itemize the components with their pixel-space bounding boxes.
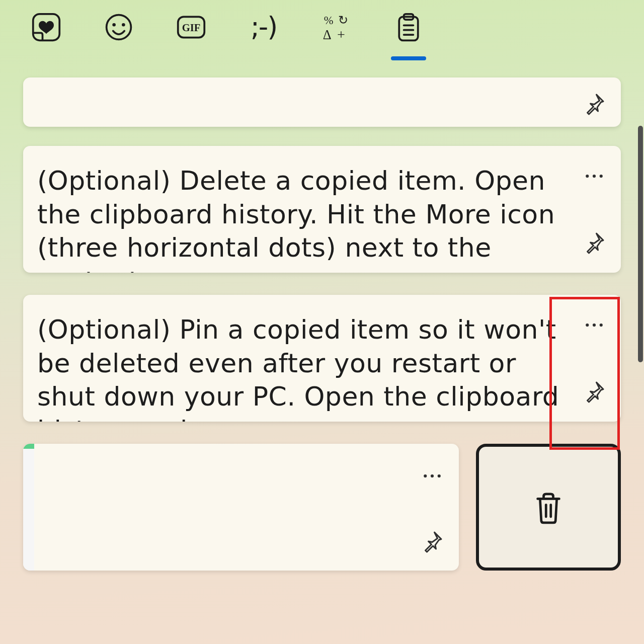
pin-button[interactable] bbox=[577, 87, 611, 121]
clipboard-item[interactable]: (Optional) Pin a copied item so it won't… bbox=[23, 295, 621, 422]
trash-icon bbox=[529, 488, 568, 526]
tab-kaomoji[interactable]: ;-) bbox=[246, 12, 282, 42]
pin-icon bbox=[582, 230, 606, 255]
more-button[interactable] bbox=[577, 159, 611, 193]
clipboard-item-actions bbox=[406, 444, 459, 571]
clipboard-item-text: (Optional) Delete a copied item. Open th… bbox=[23, 146, 568, 273]
smile-icon bbox=[104, 12, 134, 42]
pin-button[interactable] bbox=[577, 225, 611, 260]
clipboard-item[interactable] bbox=[23, 444, 459, 571]
kaomoji-icon: ;-) bbox=[249, 12, 279, 42]
scrollbar-thumb[interactable] bbox=[638, 126, 643, 362]
pin-button[interactable] bbox=[577, 374, 611, 409]
pin-icon bbox=[582, 379, 606, 404]
more-button[interactable] bbox=[415, 459, 449, 493]
more-dots-icon bbox=[583, 165, 605, 187]
tab-stickers[interactable] bbox=[28, 12, 64, 42]
sticker-heart-icon bbox=[31, 12, 61, 42]
more-dots-icon bbox=[583, 314, 605, 336]
pin-button[interactable] bbox=[415, 524, 449, 558]
clipboard-image-thumbnail bbox=[23, 444, 34, 571]
clipboard-item[interactable]: (Optional) Delete a copied item. Open th… bbox=[23, 146, 621, 273]
clipboard-item-text: (Optional) Pin a copied item so it won't… bbox=[23, 295, 568, 422]
clipboard-item-text bbox=[23, 77, 568, 127]
clipboard-item-actions bbox=[568, 77, 621, 127]
scrollbar[interactable] bbox=[637, 86, 644, 644]
clipboard-history-list: (Optional) Delete a copied item. Open th… bbox=[0, 77, 644, 644]
tab-clipboard[interactable] bbox=[390, 12, 427, 60]
tab-emoji[interactable] bbox=[101, 12, 137, 42]
delete-button[interactable] bbox=[476, 444, 621, 571]
more-button[interactable] bbox=[577, 308, 611, 342]
pin-icon bbox=[420, 529, 444, 553]
emoji-panel-tabstrip: ;-) bbox=[0, 0, 644, 67]
symbols-icon bbox=[321, 12, 351, 42]
clipboard-item-actions bbox=[568, 295, 621, 422]
pin-icon bbox=[582, 92, 606, 116]
tab-gif[interactable] bbox=[173, 12, 209, 42]
tab-symbols[interactable] bbox=[318, 12, 354, 42]
clipboard-item[interactable] bbox=[23, 77, 621, 127]
clipboard-icon bbox=[393, 12, 424, 42]
more-dots-icon bbox=[421, 465, 443, 487]
gif-icon bbox=[176, 12, 206, 42]
active-tab-indicator bbox=[391, 56, 426, 60]
clipboard-item-actions bbox=[568, 146, 621, 273]
